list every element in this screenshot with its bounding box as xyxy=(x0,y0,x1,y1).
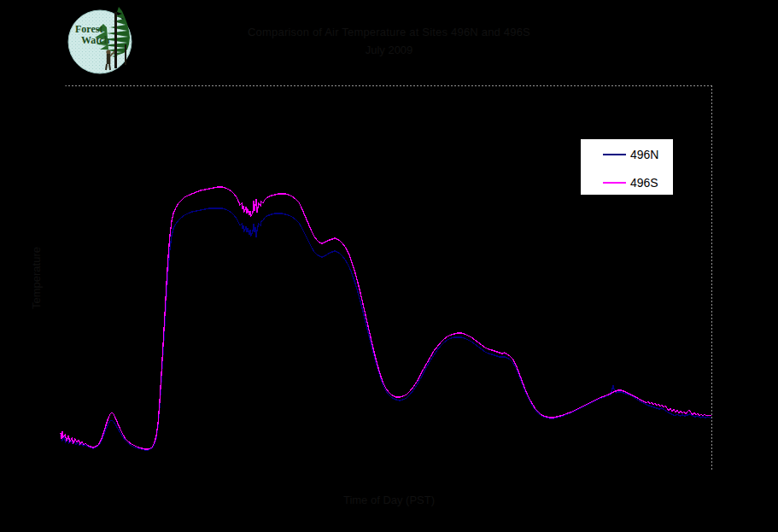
series-line-496S xyxy=(61,187,711,449)
legend-entry-496N: 496N xyxy=(581,148,675,161)
legend-entry-496S: 496S xyxy=(581,176,675,190)
chart-title-block: Comparison of Air Temperature at Sites 4… xyxy=(0,26,778,56)
legend-line-swatch-496S xyxy=(603,182,626,184)
legend-label-496S: 496S xyxy=(630,176,658,190)
x-axis-title: Time of Day (PST) xyxy=(0,494,778,506)
legend-label-496N: 496N xyxy=(630,148,658,161)
chart-canvas: Forest Watch Comparison of Air Temperatu… xyxy=(0,0,778,532)
line-chart-plot xyxy=(0,0,778,532)
y-axis-title: Temperature xyxy=(30,219,43,338)
chart-title-line1: Comparison of Air Temperature at Sites 4… xyxy=(0,26,778,38)
legend-line-swatch-496N xyxy=(603,154,626,155)
legend-box: 496N 496S xyxy=(580,138,674,196)
chart-title-line2: July 2009 xyxy=(0,44,778,56)
